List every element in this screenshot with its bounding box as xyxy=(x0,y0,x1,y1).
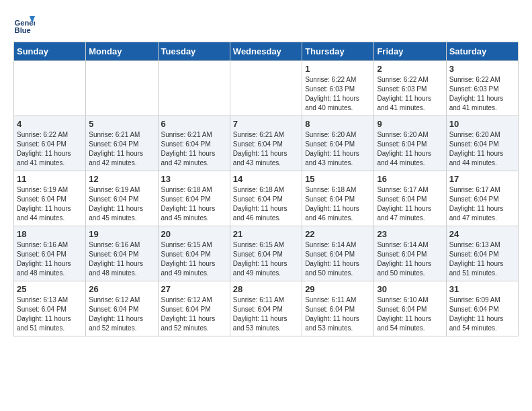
day-number: 12 xyxy=(89,174,154,184)
day-info: Sunrise: 6:19 AM Sunset: 6:04 PM Dayligh… xyxy=(17,185,83,223)
day-number: 28 xyxy=(233,284,299,294)
calendar-cell: 14Sunrise: 6:18 AM Sunset: 6:04 PM Dayli… xyxy=(230,171,302,226)
calendar-cell: 29Sunrise: 6:11 AM Sunset: 6:04 PM Dayli… xyxy=(302,281,374,336)
day-info: Sunrise: 6:22 AM Sunset: 6:03 PM Dayligh… xyxy=(305,75,371,113)
day-number: 5 xyxy=(89,119,154,129)
day-info: Sunrise: 6:12 AM Sunset: 6:04 PM Dayligh… xyxy=(89,295,154,333)
calendar-cell: 20Sunrise: 6:15 AM Sunset: 6:04 PM Dayli… xyxy=(158,226,230,281)
day-info: Sunrise: 6:18 AM Sunset: 6:04 PM Dayligh… xyxy=(161,185,227,223)
calendar-week-row: 11Sunrise: 6:19 AM Sunset: 6:04 PM Dayli… xyxy=(14,171,519,226)
calendar-body: 1Sunrise: 6:22 AM Sunset: 6:03 PM Daylig… xyxy=(14,61,519,336)
day-info: Sunrise: 6:14 AM Sunset: 6:04 PM Dayligh… xyxy=(377,240,443,278)
day-number: 3 xyxy=(449,64,515,74)
calendar-week-row: 1Sunrise: 6:22 AM Sunset: 6:03 PM Daylig… xyxy=(14,61,519,116)
calendar-cell: 28Sunrise: 6:11 AM Sunset: 6:04 PM Dayli… xyxy=(230,281,302,336)
day-number: 14 xyxy=(233,174,299,184)
calendar-cell: 25Sunrise: 6:13 AM Sunset: 6:04 PM Dayli… xyxy=(14,281,86,336)
calendar-cell: 12Sunrise: 6:19 AM Sunset: 6:04 PM Dayli… xyxy=(86,171,158,226)
calendar-cell: 24Sunrise: 6:13 AM Sunset: 6:04 PM Dayli… xyxy=(446,226,518,281)
day-info: Sunrise: 6:16 AM Sunset: 6:04 PM Dayligh… xyxy=(17,240,83,278)
day-number: 25 xyxy=(17,284,83,294)
calendar-cell: 11Sunrise: 6:19 AM Sunset: 6:04 PM Dayli… xyxy=(14,171,86,226)
logo: General Blue xyxy=(13,13,35,35)
day-number: 13 xyxy=(161,174,227,184)
calendar-cell: 8Sunrise: 6:20 AM Sunset: 6:04 PM Daylig… xyxy=(302,116,374,171)
calendar-week-row: 4Sunrise: 6:22 AM Sunset: 6:04 PM Daylig… xyxy=(14,116,519,171)
day-info: Sunrise: 6:12 AM Sunset: 6:04 PM Dayligh… xyxy=(161,295,227,333)
day-number: 15 xyxy=(305,174,371,184)
day-info: Sunrise: 6:13 AM Sunset: 6:04 PM Dayligh… xyxy=(17,295,83,333)
svg-text:Blue: Blue xyxy=(15,26,31,34)
day-number: 31 xyxy=(449,284,515,294)
day-header-monday: Monday xyxy=(86,42,158,61)
day-number: 17 xyxy=(449,174,515,184)
day-info: Sunrise: 6:20 AM Sunset: 6:04 PM Dayligh… xyxy=(377,130,443,168)
day-info: Sunrise: 6:22 AM Sunset: 6:03 PM Dayligh… xyxy=(377,75,443,113)
day-number: 9 xyxy=(377,119,443,129)
calendar-cell: 23Sunrise: 6:14 AM Sunset: 6:04 PM Dayli… xyxy=(374,226,446,281)
calendar-cell: 17Sunrise: 6:17 AM Sunset: 6:04 PM Dayli… xyxy=(446,171,518,226)
day-info: Sunrise: 6:11 AM Sunset: 6:04 PM Dayligh… xyxy=(305,295,371,333)
day-number: 21 xyxy=(233,229,299,239)
day-number: 22 xyxy=(305,229,371,239)
day-number: 8 xyxy=(305,119,371,129)
day-number: 18 xyxy=(17,229,83,239)
day-number: 16 xyxy=(377,174,443,184)
day-number: 23 xyxy=(377,229,443,239)
day-number: 6 xyxy=(161,119,227,129)
calendar-cell: 31Sunrise: 6:09 AM Sunset: 6:04 PM Dayli… xyxy=(446,281,518,336)
calendar-cell: 13Sunrise: 6:18 AM Sunset: 6:04 PM Dayli… xyxy=(158,171,230,226)
calendar-cell: 10Sunrise: 6:20 AM Sunset: 6:04 PM Dayli… xyxy=(446,116,518,171)
calendar-cell: 9Sunrise: 6:20 AM Sunset: 6:04 PM Daylig… xyxy=(374,116,446,171)
calendar-header-row: SundayMondayTuesdayWednesdayThursdayFrid… xyxy=(14,42,519,61)
calendar-cell: 15Sunrise: 6:18 AM Sunset: 6:04 PM Dayli… xyxy=(302,171,374,226)
day-number: 4 xyxy=(17,119,83,129)
day-info: Sunrise: 6:14 AM Sunset: 6:04 PM Dayligh… xyxy=(305,240,371,278)
calendar-cell xyxy=(86,61,158,116)
day-info: Sunrise: 6:13 AM Sunset: 6:04 PM Dayligh… xyxy=(449,240,515,278)
calendar-table: SundayMondayTuesdayWednesdayThursdayFrid… xyxy=(13,42,519,336)
day-number: 24 xyxy=(449,229,515,239)
day-number: 19 xyxy=(89,229,154,239)
logo-icon: General Blue xyxy=(13,13,35,35)
calendar-cell: 4Sunrise: 6:22 AM Sunset: 6:04 PM Daylig… xyxy=(14,116,86,171)
calendar-week-row: 25Sunrise: 6:13 AM Sunset: 6:04 PM Dayli… xyxy=(14,281,519,336)
day-info: Sunrise: 6:15 AM Sunset: 6:04 PM Dayligh… xyxy=(233,240,299,278)
day-info: Sunrise: 6:16 AM Sunset: 6:04 PM Dayligh… xyxy=(89,240,154,278)
calendar-cell: 19Sunrise: 6:16 AM Sunset: 6:04 PM Dayli… xyxy=(86,226,158,281)
calendar-cell xyxy=(158,61,230,116)
calendar-cell: 2Sunrise: 6:22 AM Sunset: 6:03 PM Daylig… xyxy=(374,61,446,116)
day-info: Sunrise: 6:15 AM Sunset: 6:04 PM Dayligh… xyxy=(161,240,227,278)
calendar-cell: 7Sunrise: 6:21 AM Sunset: 6:04 PM Daylig… xyxy=(230,116,302,171)
day-info: Sunrise: 6:19 AM Sunset: 6:04 PM Dayligh… xyxy=(89,185,154,223)
calendar-cell: 26Sunrise: 6:12 AM Sunset: 6:04 PM Dayli… xyxy=(86,281,158,336)
day-number: 20 xyxy=(161,229,227,239)
calendar-cell: 6Sunrise: 6:21 AM Sunset: 6:04 PM Daylig… xyxy=(158,116,230,171)
calendar-cell: 3Sunrise: 6:22 AM Sunset: 6:03 PM Daylig… xyxy=(446,61,518,116)
calendar-cell: 27Sunrise: 6:12 AM Sunset: 6:04 PM Dayli… xyxy=(158,281,230,336)
calendar-cell: 18Sunrise: 6:16 AM Sunset: 6:04 PM Dayli… xyxy=(14,226,86,281)
day-number: 1 xyxy=(305,64,371,74)
day-info: Sunrise: 6:21 AM Sunset: 6:04 PM Dayligh… xyxy=(89,130,154,168)
day-header-saturday: Saturday xyxy=(446,42,518,61)
day-info: Sunrise: 6:21 AM Sunset: 6:04 PM Dayligh… xyxy=(233,130,299,168)
calendar-week-row: 18Sunrise: 6:16 AM Sunset: 6:04 PM Dayli… xyxy=(14,226,519,281)
day-info: Sunrise: 6:22 AM Sunset: 6:04 PM Dayligh… xyxy=(17,130,83,168)
day-info: Sunrise: 6:20 AM Sunset: 6:04 PM Dayligh… xyxy=(449,130,515,168)
day-info: Sunrise: 6:17 AM Sunset: 6:04 PM Dayligh… xyxy=(377,185,443,223)
day-number: 30 xyxy=(377,284,443,294)
calendar-cell: 30Sunrise: 6:10 AM Sunset: 6:04 PM Dayli… xyxy=(374,281,446,336)
day-number: 26 xyxy=(89,284,154,294)
header: General Blue xyxy=(13,13,519,35)
day-number: 29 xyxy=(305,284,371,294)
day-info: Sunrise: 6:09 AM Sunset: 6:04 PM Dayligh… xyxy=(449,295,515,333)
calendar-cell: 16Sunrise: 6:17 AM Sunset: 6:04 PM Dayli… xyxy=(374,171,446,226)
day-info: Sunrise: 6:18 AM Sunset: 6:04 PM Dayligh… xyxy=(305,185,371,223)
day-number: 2 xyxy=(377,64,443,74)
day-info: Sunrise: 6:11 AM Sunset: 6:04 PM Dayligh… xyxy=(233,295,299,333)
calendar-cell xyxy=(230,61,302,116)
day-info: Sunrise: 6:22 AM Sunset: 6:03 PM Dayligh… xyxy=(449,75,515,113)
day-info: Sunrise: 6:18 AM Sunset: 6:04 PM Dayligh… xyxy=(233,185,299,223)
day-number: 10 xyxy=(449,119,515,129)
day-header-tuesday: Tuesday xyxy=(158,42,230,61)
